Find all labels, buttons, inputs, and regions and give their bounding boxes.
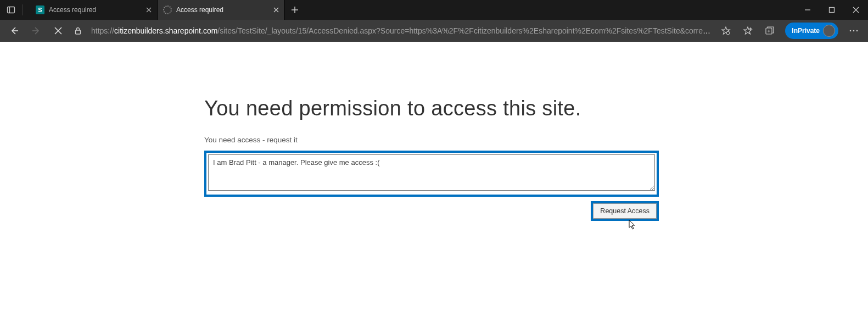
titlebar: S Access required Access required	[0, 0, 868, 20]
star-add-icon	[743, 26, 753, 36]
tab-2[interactable]: Access required	[158, 0, 285, 20]
close-tab-icon[interactable]	[273, 7, 279, 13]
new-tab-button[interactable]	[285, 0, 305, 20]
minimize-icon	[804, 7, 811, 13]
url-scheme: https://	[91, 26, 114, 35]
stop-icon	[54, 27, 62, 35]
close-tab-icon[interactable]	[146, 7, 152, 13]
stop-button[interactable]	[48, 22, 68, 40]
collections-button[interactable]	[760, 22, 780, 40]
loading-icon	[163, 5, 172, 14]
inprivate-label: InPrivate	[792, 27, 820, 35]
site-info-button[interactable]	[70, 23, 86, 38]
forward-button[interactable]	[26, 22, 46, 40]
url-domain: citizenbuilders.sharepoint.com	[114, 26, 217, 35]
favorites-button[interactable]	[738, 22, 758, 40]
plus-icon	[291, 6, 299, 14]
tab-actions-button[interactable]	[5, 4, 16, 15]
svg-rect-0	[8, 7, 15, 13]
profile-avatar-icon	[823, 25, 835, 37]
request-access-button[interactable]: Request Access	[593, 203, 657, 219]
svg-point-17	[726, 31, 730, 35]
url-path: /sites/TestSite/_layouts/15/AccessDenied…	[217, 26, 710, 35]
sharepoint-icon: S	[36, 5, 44, 14]
tab-title: Access required	[176, 6, 269, 14]
collections-icon	[765, 26, 775, 36]
tab-1[interactable]: S Access required	[30, 0, 158, 20]
svg-rect-16	[76, 30, 81, 34]
request-message-input[interactable]	[208, 154, 655, 191]
svg-point-23	[850, 30, 852, 32]
minimize-button[interactable]	[796, 0, 820, 20]
svg-point-25	[856, 30, 858, 32]
more-icon	[849, 29, 859, 32]
arrow-right-icon	[31, 26, 41, 36]
page-content: You need permission to access this site.…	[0, 42, 868, 316]
star-tracking-icon	[721, 26, 731, 36]
settings-button[interactable]	[844, 22, 864, 40]
maximize-button[interactable]	[820, 0, 844, 20]
close-window-button[interactable]	[844, 0, 868, 20]
button-highlight: Request Access	[591, 201, 659, 221]
cursor-icon	[629, 220, 636, 230]
inprivate-badge[interactable]: InPrivate	[785, 23, 838, 39]
address-bar: https://citizenbuilders.sharepoint.com/s…	[0, 20, 868, 42]
svg-point-24	[853, 30, 855, 32]
address-field[interactable]: https://citizenbuilders.sharepoint.com/s…	[88, 26, 714, 35]
svg-rect-9	[830, 8, 835, 13]
textarea-highlight	[204, 151, 659, 197]
page-heading: You need permission to access this site.	[204, 97, 659, 120]
maximize-icon	[828, 7, 835, 13]
tab-actions-icon	[7, 5, 15, 14]
lock-icon	[74, 26, 82, 35]
arrow-left-icon	[9, 26, 19, 36]
back-button[interactable]	[4, 22, 24, 40]
tracking-prevention-button[interactable]	[716, 22, 736, 40]
page-subtext: You need access - request it	[204, 136, 659, 144]
tab-title: Access required	[49, 6, 142, 14]
close-icon	[853, 7, 859, 13]
tabs: S Access required Access required	[30, 0, 305, 20]
